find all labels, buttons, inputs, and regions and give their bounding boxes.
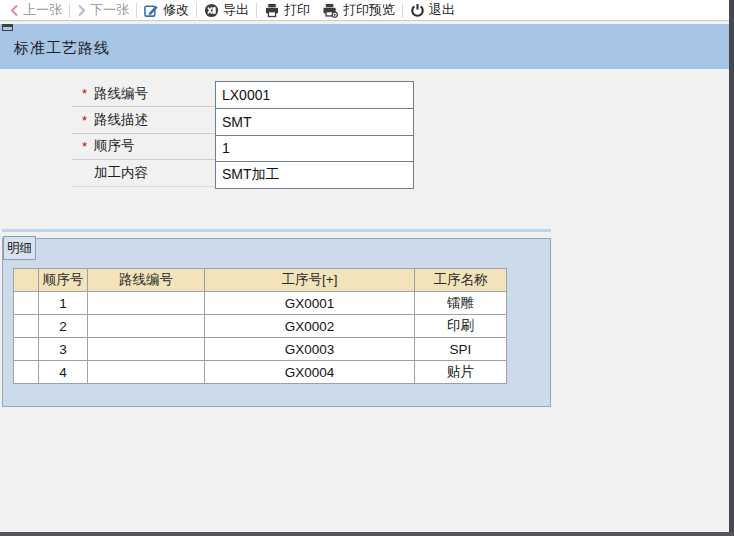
collapse-panel-icon[interactable]: [2, 24, 13, 31]
tab-detail[interactable]: 明细: [3, 236, 36, 260]
route-cell[interactable]: [88, 361, 205, 384]
toolbar-separator: [256, 3, 257, 18]
op-name-cell[interactable]: SPI: [415, 338, 507, 361]
op-name-cell[interactable]: 贴片: [415, 361, 507, 384]
toolbar-separator: [136, 3, 137, 18]
field-label-row: * 顺序号: [72, 134, 215, 160]
detail-panel: 明细 顺序号 路线编号 工序号[+] 工序名称 1 GX00: [2, 238, 551, 407]
form-label-column: * 路线编号 * 路线描述 * 顺序号 加工内容: [72, 81, 215, 187]
required-asterisk: *: [82, 113, 94, 128]
route-code-field[interactable]: LX0001: [216, 82, 413, 108]
printer-icon: [264, 3, 280, 18]
op-name-cell[interactable]: 镭雕: [415, 292, 507, 315]
col-header-route[interactable]: 路线编号: [88, 269, 205, 292]
page-title: 标准工艺路线: [14, 39, 110, 58]
op-no-cell[interactable]: GX0003: [205, 338, 415, 361]
tab-strip-top-edge: [2, 229, 551, 232]
field-label-row: * 路线描述: [72, 107, 215, 133]
toolbar-separator: [69, 3, 70, 18]
table-row[interactable]: 1 GX0001 镭雕: [14, 292, 507, 315]
chevron-right-icon: [77, 4, 86, 17]
row-selector-cell[interactable]: [14, 315, 39, 338]
toolbar-separator: [196, 3, 197, 18]
export-button[interactable]: 导出: [198, 1, 255, 19]
col-header-selector: [14, 269, 39, 292]
op-no-cell[interactable]: GX0002: [205, 315, 415, 338]
op-no-cell[interactable]: GX0001: [205, 292, 415, 315]
required-asterisk: *: [82, 139, 94, 154]
next-label: 下一张: [90, 1, 129, 19]
field-label-row: * 路线编号: [72, 81, 215, 107]
toolbar-separator: [402, 3, 403, 18]
seq-cell[interactable]: 1: [39, 292, 88, 315]
table-row[interactable]: 2 GX0002 印刷: [14, 315, 507, 338]
route-description-field[interactable]: SMT: [216, 108, 413, 134]
sequence-number-field[interactable]: 1: [216, 135, 413, 161]
exit-label: 退出: [429, 1, 455, 19]
prev-button[interactable]: 上一张: [4, 1, 68, 19]
operations-table: 顺序号 路线编号 工序号[+] 工序名称 1 GX0001 镭雕 2: [13, 268, 507, 384]
edit-label: 修改: [163, 1, 189, 19]
op-name-cell[interactable]: 印刷: [415, 315, 507, 338]
process-content-field[interactable]: SMT加工: [216, 161, 413, 187]
toolbar: 上一张 下一张 修改 导出 打印: [0, 0, 729, 21]
seq-cell[interactable]: 3: [39, 338, 88, 361]
seq-cell[interactable]: 4: [39, 361, 88, 384]
print-button[interactable]: 打印: [258, 1, 316, 19]
field-label: 路线描述: [94, 111, 148, 129]
window-right-edge: [729, 0, 734, 536]
exit-button[interactable]: 退出: [404, 1, 461, 19]
row-selector-cell[interactable]: [14, 361, 39, 384]
print-label: 打印: [284, 1, 310, 19]
table-row[interactable]: 4 GX0004 贴片: [14, 361, 507, 384]
power-icon: [410, 3, 425, 18]
route-cell[interactable]: [88, 338, 205, 361]
col-header-op-name[interactable]: 工序名称: [415, 269, 507, 292]
seq-cell[interactable]: 2: [39, 315, 88, 338]
col-header-seq[interactable]: 顺序号: [39, 269, 88, 292]
route-cell[interactable]: [88, 292, 205, 315]
form-value-column: LX0001 SMT 1 SMT加工: [215, 81, 414, 189]
title-bar: 标准工艺路线: [0, 24, 729, 69]
row-selector-cell[interactable]: [14, 338, 39, 361]
export-icon: [204, 3, 219, 18]
chevron-left-icon: [10, 4, 19, 17]
print-preview-icon: [322, 3, 339, 18]
field-label: 顺序号: [94, 137, 135, 155]
edit-icon: [144, 3, 159, 18]
field-label: 路线编号: [94, 85, 148, 103]
op-no-cell[interactable]: GX0004: [205, 361, 415, 384]
route-cell[interactable]: [88, 315, 205, 338]
next-button[interactable]: 下一张: [71, 1, 135, 19]
edit-button[interactable]: 修改: [138, 1, 195, 19]
table-row[interactable]: 3 GX0003 SPI: [14, 338, 507, 361]
field-label: 加工内容: [94, 164, 148, 182]
print-preview-label: 打印预览: [343, 1, 395, 19]
table-header-row: 顺序号 路线编号 工序号[+] 工序名称: [14, 269, 507, 292]
export-label: 导出: [223, 1, 249, 19]
print-preview-button[interactable]: 打印预览: [316, 1, 401, 19]
row-selector-cell[interactable]: [14, 292, 39, 315]
prev-label: 上一张: [23, 1, 62, 19]
col-header-op-no[interactable]: 工序号[+]: [205, 269, 415, 292]
window-bottom-edge: [0, 532, 734, 536]
field-label-row: 加工内容: [72, 160, 215, 186]
app-window: 上一张 下一张 修改 导出 打印: [0, 0, 734, 536]
required-asterisk: *: [82, 86, 94, 101]
